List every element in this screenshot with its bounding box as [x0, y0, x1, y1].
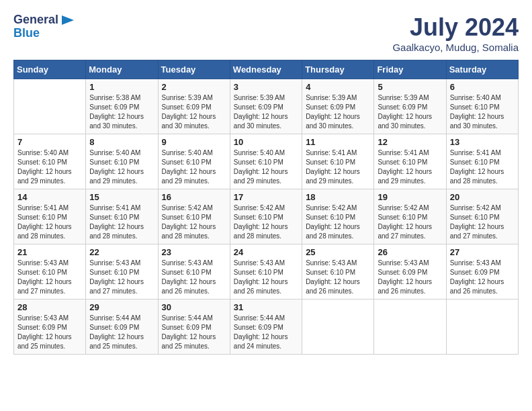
day-info: Sunrise: 5:43 AM Sunset: 6:10 PM Dayligh…	[17, 259, 82, 296]
day-info: Sunrise: 5:43 AM Sunset: 6:09 PM Dayligh…	[378, 259, 442, 296]
day-number: 6	[450, 82, 515, 92]
day-cell: 4Sunrise: 5:39 AM Sunset: 6:09 PM Daylig…	[302, 79, 374, 134]
day-number: 18	[306, 192, 370, 202]
day-info: Sunrise: 5:41 AM Sunset: 6:10 PM Dayligh…	[450, 148, 515, 186]
calendar-table: SundayMondayTuesdayWednesdayThursdayFrid…	[13, 60, 519, 355]
day-cell: 29Sunrise: 5:44 AM Sunset: 6:09 PM Dayli…	[86, 300, 158, 355]
day-info: Sunrise: 5:42 AM Sunset: 6:10 PM Dayligh…	[306, 203, 370, 241]
logo-arrow-icon	[62, 15, 74, 25]
week-row-1: 1Sunrise: 5:38 AM Sunset: 6:09 PM Daylig…	[14, 79, 519, 134]
day-info: Sunrise: 5:40 AM Sunset: 6:10 PM Dayligh…	[17, 148, 82, 186]
day-info: Sunrise: 5:42 AM Sunset: 6:10 PM Dayligh…	[162, 203, 226, 241]
day-info: Sunrise: 5:42 AM Sunset: 6:10 PM Dayligh…	[378, 203, 442, 241]
day-cell: 28Sunrise: 5:43 AM Sunset: 6:09 PM Dayli…	[14, 300, 86, 355]
day-number: 22	[89, 247, 154, 257]
day-info: Sunrise: 5:40 AM Sunset: 6:10 PM Dayligh…	[234, 148, 298, 186]
day-info: Sunrise: 5:40 AM Sunset: 6:10 PM Dayligh…	[162, 148, 226, 186]
logo-general: General	[13, 13, 74, 27]
header-friday: Friday	[374, 60, 446, 79]
day-info: Sunrise: 5:40 AM Sunset: 6:10 PM Dayligh…	[450, 93, 515, 131]
day-info: Sunrise: 5:42 AM Sunset: 6:10 PM Dayligh…	[234, 203, 298, 241]
day-number: 25	[306, 247, 370, 257]
logo-blue: Blue	[13, 27, 74, 40]
day-number: 7	[17, 137, 82, 147]
week-row-3: 14Sunrise: 5:41 AM Sunset: 6:10 PM Dayli…	[14, 189, 519, 244]
svg-marker-0	[62, 15, 74, 25]
day-number: 13	[450, 137, 515, 147]
day-cell: 2Sunrise: 5:39 AM Sunset: 6:09 PM Daylig…	[158, 79, 230, 134]
day-number: 31	[234, 302, 298, 312]
day-info: Sunrise: 5:44 AM Sunset: 6:09 PM Dayligh…	[89, 314, 154, 351]
day-info: Sunrise: 5:39 AM Sunset: 6:09 PM Dayligh…	[306, 93, 370, 131]
day-cell	[374, 300, 446, 355]
day-number: 27	[450, 247, 515, 257]
day-cell: 11Sunrise: 5:41 AM Sunset: 6:10 PM Dayli…	[302, 134, 374, 189]
day-info: Sunrise: 5:44 AM Sunset: 6:09 PM Dayligh…	[162, 314, 226, 351]
day-cell: 27Sunrise: 5:43 AM Sunset: 6:09 PM Dayli…	[446, 244, 518, 300]
header-tuesday: Tuesday	[158, 60, 230, 79]
day-info: Sunrise: 5:44 AM Sunset: 6:09 PM Dayligh…	[234, 314, 298, 351]
day-number: 24	[234, 247, 298, 257]
day-number: 2	[162, 82, 226, 92]
day-number: 19	[378, 192, 442, 202]
day-number: 10	[234, 137, 298, 147]
day-cell: 24Sunrise: 5:43 AM Sunset: 6:10 PM Dayli…	[230, 244, 302, 300]
day-cell: 14Sunrise: 5:41 AM Sunset: 6:10 PM Dayli…	[14, 189, 86, 244]
day-cell: 16Sunrise: 5:42 AM Sunset: 6:10 PM Dayli…	[158, 189, 230, 244]
day-cell: 7Sunrise: 5:40 AM Sunset: 6:10 PM Daylig…	[14, 134, 86, 189]
week-row-4: 21Sunrise: 5:43 AM Sunset: 6:10 PM Dayli…	[14, 244, 519, 300]
day-cell: 17Sunrise: 5:42 AM Sunset: 6:10 PM Dayli…	[230, 189, 302, 244]
page-header: General Blue July 2024 Gaalkacyo, Mudug,…	[13, 13, 519, 53]
day-number: 12	[378, 137, 442, 147]
day-cell: 15Sunrise: 5:41 AM Sunset: 6:10 PM Dayli…	[86, 189, 158, 244]
day-number: 16	[162, 192, 226, 202]
day-number: 9	[162, 137, 226, 147]
day-info: Sunrise: 5:42 AM Sunset: 6:10 PM Dayligh…	[450, 203, 515, 241]
day-cell: 18Sunrise: 5:42 AM Sunset: 6:10 PM Dayli…	[302, 189, 374, 244]
day-cell: 1Sunrise: 5:38 AM Sunset: 6:09 PM Daylig…	[86, 79, 158, 134]
day-info: Sunrise: 5:40 AM Sunset: 6:10 PM Dayligh…	[89, 148, 154, 186]
day-cell: 10Sunrise: 5:40 AM Sunset: 6:10 PM Dayli…	[230, 134, 302, 189]
week-row-5: 28Sunrise: 5:43 AM Sunset: 6:09 PM Dayli…	[14, 300, 519, 355]
day-cell: 26Sunrise: 5:43 AM Sunset: 6:09 PM Dayli…	[374, 244, 446, 300]
day-cell	[14, 79, 86, 134]
logo: General Blue	[13, 13, 74, 40]
day-cell: 8Sunrise: 5:40 AM Sunset: 6:10 PM Daylig…	[86, 134, 158, 189]
day-info: Sunrise: 5:41 AM Sunset: 6:10 PM Dayligh…	[306, 148, 370, 186]
day-info: Sunrise: 5:41 AM Sunset: 6:10 PM Dayligh…	[17, 203, 82, 241]
day-cell: 13Sunrise: 5:41 AM Sunset: 6:10 PM Dayli…	[446, 134, 518, 189]
day-cell: 30Sunrise: 5:44 AM Sunset: 6:09 PM Dayli…	[158, 300, 230, 355]
day-cell: 25Sunrise: 5:43 AM Sunset: 6:10 PM Dayli…	[302, 244, 374, 300]
day-number: 14	[17, 192, 82, 202]
day-info: Sunrise: 5:41 AM Sunset: 6:10 PM Dayligh…	[89, 203, 154, 241]
day-info: Sunrise: 5:39 AM Sunset: 6:09 PM Dayligh…	[378, 93, 442, 131]
day-number: 28	[17, 302, 82, 312]
day-number: 23	[162, 247, 226, 257]
day-cell: 19Sunrise: 5:42 AM Sunset: 6:10 PM Dayli…	[374, 189, 446, 244]
day-number: 15	[89, 192, 154, 202]
day-number: 1	[89, 82, 154, 92]
day-cell: 9Sunrise: 5:40 AM Sunset: 6:10 PM Daylig…	[158, 134, 230, 189]
day-cell: 21Sunrise: 5:43 AM Sunset: 6:10 PM Dayli…	[14, 244, 86, 300]
day-number: 21	[17, 247, 82, 257]
calendar-header-row: SundayMondayTuesdayWednesdayThursdayFrid…	[14, 60, 519, 79]
header-sunday: Sunday	[14, 60, 86, 79]
day-number: 4	[306, 82, 370, 92]
day-cell	[446, 300, 518, 355]
day-number: 11	[306, 137, 370, 147]
day-number: 30	[162, 302, 226, 312]
day-number: 3	[234, 82, 298, 92]
day-info: Sunrise: 5:39 AM Sunset: 6:09 PM Dayligh…	[162, 93, 226, 131]
day-cell: 20Sunrise: 5:42 AM Sunset: 6:10 PM Dayli…	[446, 189, 518, 244]
week-row-2: 7Sunrise: 5:40 AM Sunset: 6:10 PM Daylig…	[14, 134, 519, 189]
day-cell	[302, 300, 374, 355]
day-cell: 31Sunrise: 5:44 AM Sunset: 6:09 PM Dayli…	[230, 300, 302, 355]
day-info: Sunrise: 5:43 AM Sunset: 6:10 PM Dayligh…	[234, 259, 298, 296]
day-info: Sunrise: 5:43 AM Sunset: 6:10 PM Dayligh…	[306, 259, 370, 296]
day-info: Sunrise: 5:43 AM Sunset: 6:10 PM Dayligh…	[162, 259, 226, 296]
day-cell: 12Sunrise: 5:41 AM Sunset: 6:10 PM Dayli…	[374, 134, 446, 189]
day-info: Sunrise: 5:43 AM Sunset: 6:09 PM Dayligh…	[450, 259, 515, 296]
day-cell: 5Sunrise: 5:39 AM Sunset: 6:09 PM Daylig…	[374, 79, 446, 134]
month-title: July 2024	[392, 13, 519, 42]
header-monday: Monday	[86, 60, 158, 79]
